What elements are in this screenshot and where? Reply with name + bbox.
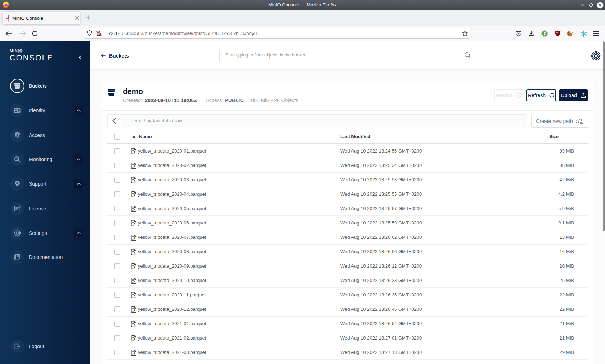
svg-text:uO: uO xyxy=(556,32,559,34)
